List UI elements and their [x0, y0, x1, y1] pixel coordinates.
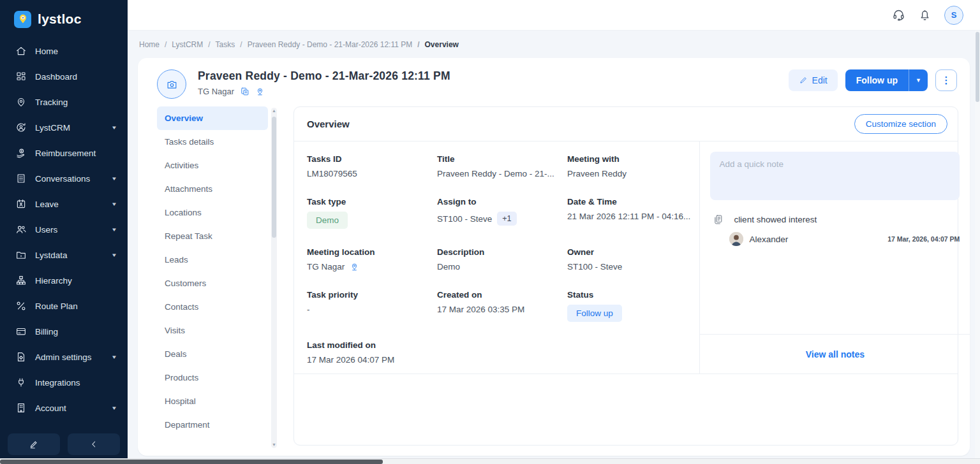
home-icon — [15, 45, 27, 57]
sidebar-item-label: Integrations — [35, 378, 80, 388]
sidebar-item-users[interactable]: Users ▼ — [0, 217, 128, 242]
fields-grid: Tasks ID LM18079565 Title Praveen Reddy … — [294, 141, 699, 373]
sidebar-item-label: Admin settings — [35, 352, 92, 362]
view-all-notes-link[interactable]: View all notes — [806, 349, 865, 359]
sidebar-item-label: Route Plan — [35, 301, 78, 311]
sidebar-item-label: Account — [35, 403, 66, 413]
page-vertical-scrollbar[interactable] — [975, 31, 980, 458]
task-type-badge: Demo — [307, 212, 348, 229]
sidebar-item-billing[interactable]: Billing — [0, 319, 128, 344]
task-title-block: Praveen Reddy - Demo - 21-Mar-2026 12:11… — [198, 69, 450, 96]
tab-tasks-details[interactable]: Tasks details — [157, 130, 268, 154]
tabs-scrollbar-thumb[interactable] — [272, 117, 276, 238]
sidebar-item-hierarchy[interactable]: Hierarchy — [0, 268, 128, 293]
tab-customers[interactable]: Customers — [157, 272, 268, 295]
sidebar-item-tracking[interactable]: Tracking — [0, 89, 128, 115]
tab-overview[interactable]: Overview — [157, 106, 268, 130]
sidebar-item-lystcrm[interactable]: LystCRM ▼ — [0, 115, 128, 140]
sidebar-nav: Home Dashboard Tracking LystCRM ▼ Reimbu… — [0, 36, 128, 427]
caret-down-icon: ▼ — [916, 77, 921, 83]
sidebar-collapse-button[interactable] — [68, 433, 120, 455]
scroll-down-icon[interactable]: ▼ — [272, 442, 276, 448]
tab-department[interactable]: Department — [157, 413, 268, 437]
user-avatar[interactable]: S — [944, 6, 963, 25]
map-pin-icon[interactable] — [255, 87, 265, 96]
page-horizontal-scrollbar[interactable] — [0, 458, 980, 464]
field-last-modified: Last modified on 17 Mar 2026 04:07 PM — [307, 340, 437, 365]
field-assign-to: Assign to ST100 - Steve+1 — [437, 197, 567, 229]
field-date-time: Date & Time 21 Mar 2026 12:11 PM - 04:16… — [567, 197, 699, 229]
horizontal-scrollbar-thumb[interactable] — [0, 460, 383, 464]
hierarchy-icon — [15, 275, 27, 286]
breadcrumb-lystcrm[interactable]: LystCRM — [165, 40, 203, 49]
route-plan-icon — [15, 300, 27, 312]
task-photo-placeholder[interactable] — [157, 69, 186, 99]
admin-settings-icon — [15, 351, 27, 363]
assignee-count-badge[interactable]: +1 — [497, 212, 516, 226]
main-area: S Home LystCRM Tasks Praveen Reddy - Dem… — [128, 0, 980, 464]
pencil-icon — [799, 76, 808, 85]
chevron-down-icon: ▼ — [111, 201, 117, 207]
leave-icon — [15, 198, 27, 210]
breadcrumb-tasks[interactable]: Tasks — [208, 40, 235, 49]
notifications-icon[interactable] — [918, 8, 932, 22]
tab-hospital[interactable]: Hospital — [157, 389, 268, 413]
sidebar-item-leave[interactable]: Leave ▼ — [0, 191, 128, 217]
integrations-icon — [15, 377, 27, 388]
support-icon[interactable] — [892, 8, 905, 22]
notes-footer: View all notes — [700, 334, 970, 373]
tabs-scrollbar[interactable]: ▲ ▼ — [271, 108, 277, 448]
note-author-avatar — [729, 232, 743, 246]
customize-section-button[interactable]: Customize section — [854, 114, 947, 134]
sidebar-item-admin-settings[interactable]: Admin settings ▼ — [0, 344, 128, 370]
task-location-row: TG Nagar — [198, 87, 450, 96]
task-location: TG Nagar — [198, 87, 234, 96]
tab-visits[interactable]: Visits — [157, 319, 268, 342]
tab-locations[interactable]: Locations — [157, 201, 268, 224]
breadcrumb-current: Overview — [417, 40, 459, 49]
sidebar-item-account[interactable]: Account ▼ — [0, 395, 128, 421]
follow-up-dropdown-button[interactable]: ▼ — [909, 69, 928, 91]
topbar: S — [128, 0, 980, 31]
tab-deals[interactable]: Deals — [157, 342, 268, 366]
edit-button[interactable]: Edit — [789, 69, 838, 91]
sidebar-item-integrations[interactable]: Integrations — [0, 370, 128, 395]
tab-contacts[interactable]: Contacts — [157, 295, 268, 319]
copy-icon[interactable] — [240, 87, 249, 96]
sidebar-item-lystdata[interactable]: Lystdata ▼ — [0, 242, 128, 268]
breadcrumb: Home LystCRM Tasks Praveen Reddy - Demo … — [128, 31, 980, 54]
tracking-icon — [15, 96, 27, 108]
field-task-type: Task type Demo — [307, 197, 437, 229]
dashboard-icon — [15, 71, 27, 82]
sidebar-edit-button[interactable] — [8, 433, 60, 455]
tab-products[interactable]: Products — [157, 366, 268, 389]
edit-button-label: Edit — [812, 75, 828, 85]
breadcrumb-task[interactable]: Praveen Reddy - Demo - 21-Mar-2026 12:11… — [240, 40, 412, 49]
task-actions: Edit Follow up ▼ ⋮ — [789, 69, 958, 91]
sidebar-item-home[interactable]: Home — [0, 38, 128, 64]
lystloc-pin-icon — [14, 11, 31, 28]
note-item[interactable]: client showed interest Alexander 17 Mar,… — [710, 214, 960, 246]
quick-note-input[interactable] — [710, 152, 960, 200]
sidebar-item-route-plan[interactable]: Route Plan — [0, 293, 128, 319]
field-owner: Owner ST100 - Steve — [567, 247, 699, 272]
overview-card: Overview Customize section Tasks ID LM18… — [293, 106, 958, 446]
tab-leads[interactable]: Leads — [157, 248, 268, 272]
tab-repeat-task[interactable]: Repeat Task — [157, 224, 268, 248]
sidebar-item-label: Home — [35, 47, 58, 56]
more-options-button[interactable]: ⋮ — [935, 69, 957, 91]
scroll-up-icon[interactable]: ▲ — [272, 108, 276, 114]
brand-logo[interactable]: lystloc — [0, 0, 128, 36]
note-author: Alexander — [749, 235, 788, 244]
tab-attachments[interactable]: Attachments — [157, 177, 268, 201]
breadcrumb-home[interactable]: Home — [139, 40, 160, 49]
tab-activities[interactable]: Activities — [157, 154, 268, 177]
account-icon — [15, 402, 27, 414]
sidebar-item-conversations[interactable]: Conversations ▼ — [0, 166, 128, 191]
sidebar-item-reimbursement[interactable]: Reimbursement — [0, 140, 128, 166]
map-pin-icon[interactable] — [350, 262, 359, 272]
sidebar-item-label: Reimbursement — [35, 149, 96, 158]
follow-up-button[interactable]: Follow up — [845, 69, 909, 91]
vertical-scrollbar-thumb[interactable] — [976, 32, 979, 102]
sidebar-item-dashboard[interactable]: Dashboard — [0, 64, 128, 89]
